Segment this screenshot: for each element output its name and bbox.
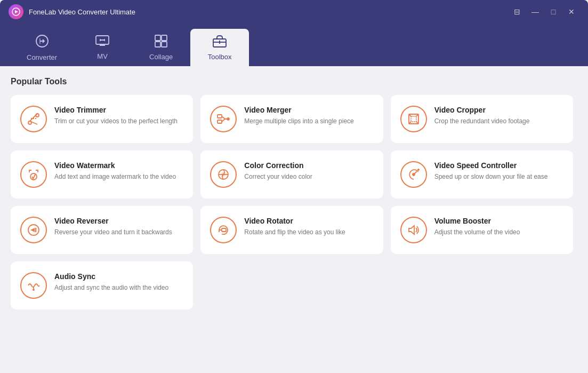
- svg-rect-20: [411, 116, 416, 122]
- video-cropper-desc: Crop the redundant video footage: [434, 117, 563, 126]
- video-trimmer-text: Video Trimmer Trim or cut your videos to…: [54, 106, 183, 126]
- tool-card-color-correction[interactable]: Color Correction Correct your video colo…: [200, 150, 383, 199]
- audio-sync-text: Audio Sync Adjust and sync the audio wit…: [54, 272, 183, 292]
- tool-card-video-trimmer[interactable]: Video Trimmer Trim or cut your videos to…: [11, 95, 193, 143]
- color-correction-desc: Correct your video color: [244, 172, 373, 181]
- video-rotator-text: Video Rotator Rotate and flip the video …: [244, 217, 373, 237]
- tab-toolbox-label: Toolbox: [208, 53, 232, 61]
- tab-collage[interactable]: Collage: [132, 29, 190, 66]
- tool-card-audio-sync[interactable]: Audio Sync Adjust and sync the audio wit…: [11, 261, 193, 309]
- svg-rect-16: [218, 115, 222, 118]
- svg-rect-6: [155, 42, 160, 47]
- video-speed-controller-text: Video Speed Controller Speed up or slow …: [434, 161, 563, 181]
- video-merger-icon: [210, 106, 237, 132]
- video-cropper-icon: [400, 106, 427, 132]
- color-correction-text: Color Correction Correct your video colo…: [244, 161, 373, 181]
- svg-line-13: [30, 114, 37, 121]
- tool-card-video-rotator[interactable]: Video Rotator Rotate and flip the video …: [200, 206, 383, 254]
- video-trimmer-name: Video Trimmer: [54, 106, 183, 114]
- video-watermark-desc: Add text and image watermark to the vide…: [54, 172, 183, 181]
- tool-card-video-watermark[interactable]: Video Watermark Add text and image water…: [11, 150, 193, 199]
- audio-sync-icon: [20, 272, 47, 299]
- app-window: FoneLab Video Converter Ultimate ⊟ — □ ✕…: [0, 0, 588, 373]
- video-watermark-text: Video Watermark Add text and image water…: [54, 161, 183, 181]
- tab-collage-label: Collage: [149, 53, 173, 61]
- maximize-button[interactable]: □: [545, 4, 561, 20]
- video-speed-controller-desc: Speed up or slow down your file at ease: [434, 172, 563, 181]
- video-speed-controller-name: Video Speed Controller: [434, 161, 563, 170]
- tab-mv[interactable]: MV: [73, 29, 132, 66]
- tools-grid: Video Trimmer Trim or cut your videos to…: [11, 95, 573, 309]
- audio-sync-name: Audio Sync: [54, 272, 183, 281]
- video-speed-controller-icon: [400, 161, 427, 188]
- section-title: Popular Tools: [11, 77, 577, 86]
- collage-icon: [155, 35, 167, 51]
- toolbox-icon: [213, 35, 227, 51]
- title-bar: FoneLab Video Converter Ultimate ⊟ — □ ✕: [0, 0, 588, 23]
- video-watermark-icon: [20, 161, 47, 188]
- tab-mv-label: MV: [97, 52, 108, 60]
- video-rotator-desc: Rotate and flip the video as you like: [244, 228, 373, 237]
- app-title: FoneLab Video Converter Ultimate: [29, 8, 135, 16]
- video-watermark-name: Video Watermark: [54, 161, 183, 170]
- tab-converter[interactable]: Converter: [11, 29, 73, 66]
- video-trimmer-desc: Trim or cut your videos to the perfect l…: [54, 117, 183, 126]
- svg-point-36: [33, 289, 35, 291]
- nav-tabs: Converter MV C: [0, 23, 588, 66]
- svg-marker-1: [15, 10, 18, 13]
- mv-icon: [95, 35, 109, 50]
- video-reverser-text: Video Reverser Reverse your video and tu…: [54, 217, 183, 237]
- svg-marker-32: [30, 228, 35, 232]
- caption-button[interactable]: ⊟: [509, 4, 525, 20]
- minimize-button[interactable]: —: [527, 4, 543, 20]
- tools-scroll[interactable]: Video Trimmer Trim or cut your videos to…: [11, 95, 577, 368]
- video-cropper-text: Video Cropper Crop the redundant video f…: [434, 106, 563, 126]
- tool-card-video-merger[interactable]: Video Merger Merge multiple clips into a…: [200, 95, 383, 143]
- video-trimmer-icon: [20, 106, 47, 132]
- tab-toolbox[interactable]: Toolbox: [190, 29, 249, 66]
- video-merger-name: Video Merger: [244, 106, 373, 114]
- video-reverser-name: Video Reverser: [54, 217, 183, 225]
- title-bar-controls: ⊟ — □ ✕: [509, 4, 579, 20]
- tool-card-volume-booster[interactable]: Volume Booster Adjust the volume of the …: [391, 206, 573, 254]
- tool-card-video-reverser[interactable]: Video Reverser Reverse your video and tu…: [11, 206, 193, 254]
- video-rotator-name: Video Rotator: [244, 217, 373, 225]
- tool-card-video-speed-controller[interactable]: Video Speed Controller Speed up or slow …: [391, 150, 573, 199]
- volume-booster-icon: [400, 217, 427, 243]
- svg-rect-17: [218, 120, 222, 123]
- close-button[interactable]: ✕: [563, 4, 579, 20]
- converter-icon: [35, 34, 49, 51]
- video-rotator-icon: [210, 217, 237, 243]
- video-reverser-desc: Reverse your video and turn it backwards: [54, 228, 183, 237]
- svg-rect-34: [222, 228, 226, 232]
- svg-rect-4: [155, 35, 160, 41]
- svg-point-30: [413, 173, 415, 176]
- svg-marker-35: [409, 226, 414, 234]
- audio-sync-desc: Adjust and sync the audio with the video: [54, 283, 183, 292]
- main-content: Popular Tools Video Trimmer Trim or cut …: [0, 66, 588, 373]
- tab-converter-label: Converter: [27, 53, 57, 61]
- video-reverser-icon: [20, 217, 47, 243]
- volume-booster-desc: Adjust the volume of the video: [434, 228, 563, 237]
- video-cropper-name: Video Cropper: [434, 106, 563, 114]
- video-merger-text: Video Merger Merge multiple clips into a…: [244, 106, 373, 126]
- app-icon: [9, 4, 23, 19]
- svg-rect-7: [162, 42, 167, 47]
- title-bar-left: FoneLab Video Converter Ultimate: [9, 4, 135, 19]
- svg-point-28: [222, 173, 225, 176]
- color-correction-icon: [210, 161, 237, 188]
- tool-card-video-cropper[interactable]: Video Cropper Crop the redundant video f…: [391, 95, 573, 143]
- svg-rect-5: [162, 35, 167, 41]
- video-merger-desc: Merge multiple clips into a single piece: [244, 117, 373, 126]
- volume-booster-text: Volume Booster Adjust the volume of the …: [434, 217, 563, 237]
- volume-booster-name: Volume Booster: [434, 217, 563, 225]
- color-correction-name: Color Correction: [244, 161, 373, 170]
